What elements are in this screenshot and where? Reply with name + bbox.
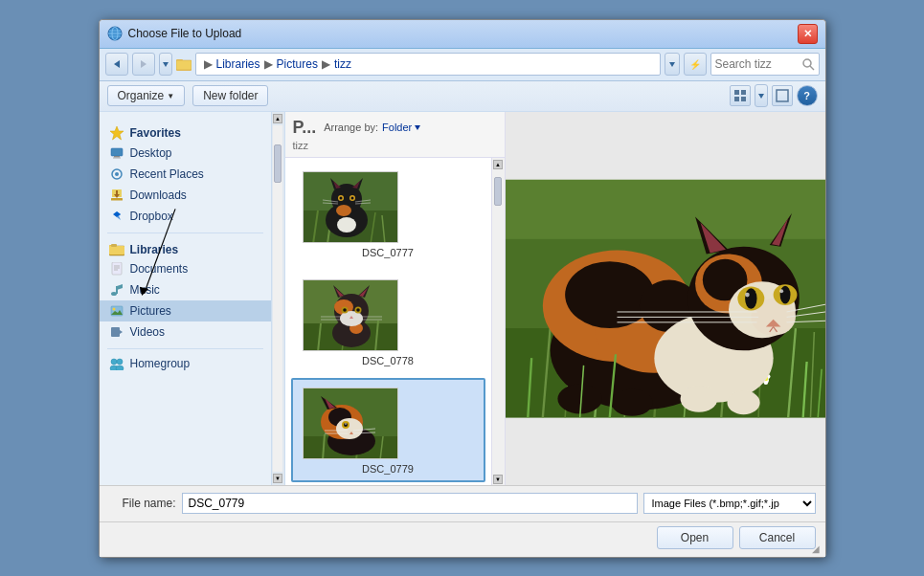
arrange-dropdown-icon [414,123,421,131]
main-area: Favorites Desktop [100,112,825,485]
resize-handle[interactable]: ◢ [812,543,823,555]
music-icon [109,282,124,298]
arrange-by: Arrange by: Folder [324,122,421,133]
cat-thumb-0777 [304,172,398,243]
file-list-header: P... Arrange by: Folder tizz [285,112,505,158]
list-item[interactable]: DSC_0779 [291,378,485,482]
preview-area [506,112,825,485]
sidebar-item-recent-places[interactable]: Recent Places [100,164,271,185]
scroll-track [273,125,282,472]
cancel-button[interactable]: Cancel [739,526,816,549]
breadcrumb-pictures[interactable]: Pictures [277,57,318,71]
thumb-image-0779 [303,388,398,459]
sidebar-item-pictures[interactable]: Pictures [100,300,271,321]
search-box [710,53,820,76]
address-bar: ▶ Libraries ▶ Pictures ▶ tizz ⚡ [100,49,825,81]
svg-rect-29 [116,190,118,195]
downloads-label: Downloads [130,188,187,202]
search-input[interactable] [715,57,801,71]
svg-point-155 [779,289,783,293]
title-icon [107,26,123,41]
view-list-button[interactable] [772,85,793,106]
view-tiles-button[interactable] [730,85,751,106]
desktop-label: Desktop [130,146,172,160]
new-folder-button[interactable]: New folder [192,85,268,106]
filename-input[interactable] [182,493,638,514]
svg-rect-15 [741,90,746,95]
scroll-thumb[interactable] [274,144,282,183]
videos-icon [109,324,124,340]
favorites-section: Favorites Desktop [100,120,271,227]
bottom-bar: File name: Image Files (*.bmp;*.gif;*.jp [100,485,825,521]
sidebar-scrollbar: ▲ ▼ [272,112,285,485]
svg-marker-20 [110,126,124,140]
arrange-folder-button[interactable]: Folder [382,122,421,133]
back-button[interactable] [105,53,128,76]
sidebar-item-videos[interactable]: Videos [100,321,271,343]
svg-marker-6 [141,60,146,68]
organize-button[interactable]: Organize ▼ [107,85,186,106]
file-scroll-up[interactable]: ▲ [493,160,503,169]
svg-point-69 [336,205,351,216]
star-icon [109,125,124,141]
list-item[interactable]: DSC_0778 [291,270,485,374]
address-dropdown-button[interactable] [665,53,680,76]
refresh-button[interactable]: ⚡ [684,53,707,76]
sidebar-divider-1 [107,233,263,233]
scroll-down-arrow[interactable]: ▼ [273,474,282,483]
address-path: ▶ Libraries ▶ Pictures ▶ tizz [195,53,661,76]
search-icon [801,57,815,71]
sidebar-item-desktop[interactable]: Desktop [100,143,271,164]
dropdown-nav-button[interactable] [159,53,172,76]
dialog-title: Choose File to Upload [128,27,242,40]
sidebar-item-documents[interactable]: Documents [100,258,271,279]
svg-rect-34 [109,246,124,255]
videos-label: Videos [130,325,165,339]
open-button[interactable]: Open [657,526,733,549]
svg-rect-22 [114,156,120,158]
music-label: Music [130,283,160,297]
svg-marker-42 [117,284,123,290]
help-button[interactable]: ? [797,85,818,106]
svg-marker-18 [758,94,764,99]
forward-button[interactable] [132,53,155,76]
svg-point-153 [779,285,790,303]
filetype-select[interactable]: Image Files (*.bmp;*.gif;*.jp [643,493,816,514]
folder-label: P... [293,118,317,138]
sidebar-item-homegroup[interactable]: Homegroup [100,353,271,374]
list-item[interactable]: DSC_0777 [291,162,485,266]
sidebar-divider-2 [107,348,263,349]
file-list: P... Arrange by: Folder tizz [285,112,506,485]
svg-point-168 [727,390,759,414]
homegroup-icon [109,356,124,371]
breadcrumb-libraries[interactable]: Libraries [216,57,260,71]
file-name-0777: DSC_0777 [303,247,474,258]
file-scroll-track [493,169,503,475]
svg-rect-19 [777,90,788,101]
homegroup-label: Homegroup [130,357,191,370]
svg-point-48 [111,359,117,365]
thumb-image-0777 [303,171,398,243]
documents-label: Documents [130,262,189,276]
toolbar-right: ? [730,84,818,107]
file-scroll-down[interactable]: ▼ [493,475,503,484]
recent-places-label: Recent Places [130,167,204,181]
svg-rect-21 [111,148,123,156]
downloads-icon [109,188,124,203]
file-scroll-thumb[interactable] [494,177,502,206]
svg-point-70 [337,217,356,233]
svg-point-166 [611,388,652,415]
dropbox-icon [109,209,124,224]
scroll-up-arrow[interactable]: ▲ [273,114,282,123]
breadcrumb-tizz[interactable]: tizz [334,57,351,71]
svg-rect-23 [113,157,121,158]
svg-point-111 [345,423,347,425]
sidebar-item-downloads[interactable]: Downloads [100,185,271,206]
svg-point-167 [680,385,717,411]
close-button[interactable]: ✕ [798,24,818,44]
view-dropdown-button[interactable] [755,84,768,107]
sidebar-item-music[interactable]: Music [100,279,271,300]
svg-point-91 [343,308,347,312]
action-buttons: Open Cancel [100,521,825,557]
sidebar-item-dropbox[interactable]: Dropbox [100,206,271,227]
